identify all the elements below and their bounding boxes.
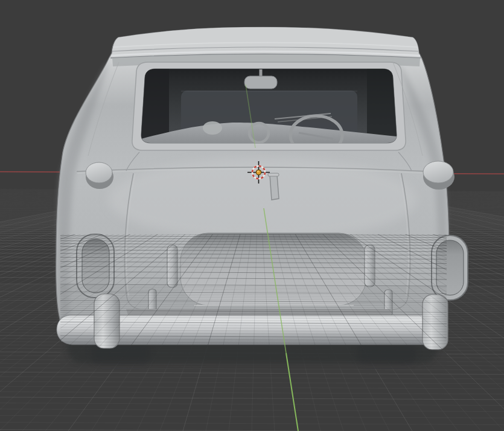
cursor-layer	[0, 0, 504, 431]
3d-cursor-icon	[247, 161, 270, 184]
object-origin-dot	[256, 170, 261, 174]
viewport-3d[interactable]	[0, 0, 504, 431]
